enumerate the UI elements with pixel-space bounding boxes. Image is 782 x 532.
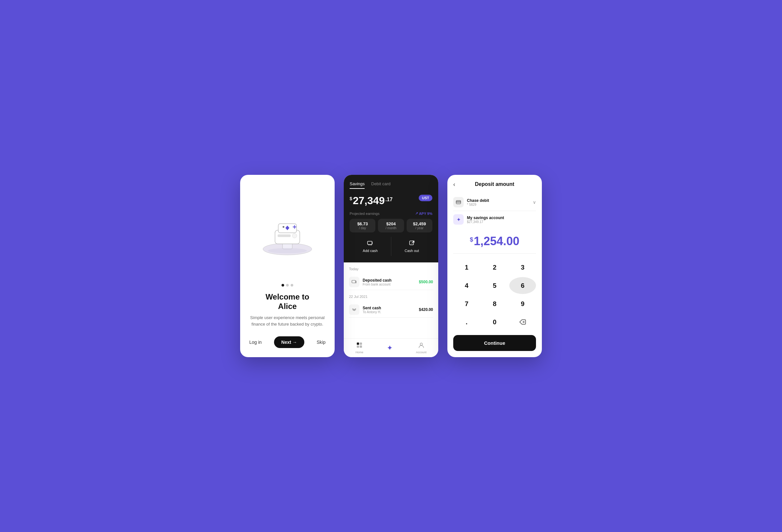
balance-amount: $ 27,349 .17	[350, 195, 393, 207]
add-cash-button[interactable]: Add cash	[350, 237, 391, 256]
chase-debit-card[interactable]: Chase debit * 5829 ∨	[453, 194, 536, 211]
svg-rect-12	[360, 343, 362, 345]
deposit-title: Deposit amount	[475, 181, 514, 187]
svg-rect-17	[456, 201, 461, 202]
savings-light-area: Today Deposited cash From bank account $…	[344, 262, 438, 338]
chase-debit-sub: * 5829	[467, 203, 530, 206]
svg-rect-13	[357, 345, 359, 348]
login-button[interactable]: Log in	[249, 340, 262, 345]
skip-button[interactable]: Skip	[317, 340, 325, 345]
tab-savings[interactable]: Savings	[350, 181, 365, 189]
numpad-delete[interactable]	[509, 313, 536, 331]
numpad-9[interactable]: 9	[509, 295, 536, 312]
earnings-card-day: $6.73 / day	[350, 219, 376, 232]
next-button[interactable]: Next →	[274, 336, 304, 348]
nav-home[interactable]: Home	[355, 342, 363, 354]
savings-account-info: My savings account $27,349.17	[467, 216, 536, 224]
svg-rect-4	[292, 233, 297, 238]
numpad-6[interactable]: 6	[509, 277, 536, 294]
tab-debit[interactable]: Debit card	[371, 181, 390, 189]
earnings-year-amount: $2,459	[410, 221, 429, 226]
welcome-illustration	[255, 207, 320, 259]
numpad-dot[interactable]: .	[453, 313, 480, 331]
continue-button[interactable]: Continue	[453, 335, 536, 351]
deposited-cash-info: Deposited cash From bank account	[363, 278, 416, 286]
svg-rect-10	[352, 280, 355, 283]
earnings-day-period: / day	[353, 226, 372, 230]
earnings-card-month: $204 / month	[378, 219, 404, 232]
balance-cents: .17	[386, 197, 393, 202]
projected-label: Projected earnings	[350, 212, 380, 216]
sent-cash-icon	[349, 304, 359, 315]
nav-sparkle[interactable]: ✦	[387, 344, 393, 352]
numpad-7[interactable]: 7	[453, 295, 480, 312]
deposited-cash-sub: From bank account	[363, 282, 416, 286]
savings-dark-area: Savings Debit card $ 27,349 .17 UST Proj…	[344, 175, 438, 262]
deposit-amount-text: $ 1,254.00	[453, 234, 536, 248]
svg-point-7	[268, 248, 307, 253]
sent-cash-amount: $420.00	[419, 307, 433, 312]
nav-account-label: Account	[416, 351, 427, 354]
dot-2	[286, 284, 289, 287]
earnings-card-year: $2,459 / year	[406, 219, 432, 232]
nav-account[interactable]: Account	[416, 342, 427, 354]
dot-1	[282, 284, 284, 287]
svg-rect-3	[278, 234, 291, 237]
savings-account-icon: ✦	[453, 214, 464, 225]
action-row: Add cash Cash out	[350, 237, 432, 256]
balance-dollar-sign: $	[350, 196, 352, 201]
nav-home-label: Home	[355, 351, 363, 354]
numpad-0[interactable]: 0	[481, 313, 508, 331]
cash-out-button[interactable]: Cash out	[391, 237, 433, 256]
screen1-footer: Log in Next → Skip	[249, 336, 325, 348]
balance-row: $ 27,349 .17 UST	[350, 195, 432, 207]
deposited-cash-title: Deposited cash	[363, 278, 416, 282]
numpad-2[interactable]: 2	[481, 259, 508, 276]
chase-debit-info: Chase debit * 5829	[467, 198, 530, 206]
transaction-deposited-cash: Deposited cash From bank account $500.00	[349, 274, 433, 290]
earnings-month-period: / month	[381, 226, 400, 230]
currency-badge: UST	[419, 195, 432, 201]
balance-main: 27,349	[353, 195, 385, 207]
numpad-5[interactable]: 5	[481, 277, 508, 294]
numpad-1[interactable]: 1	[453, 259, 480, 276]
cash-out-icon	[409, 240, 415, 248]
transaction-section-today: Today Deposited cash From bank account $…	[344, 262, 438, 290]
deposit-amount-value: 1,254.00	[474, 234, 520, 248]
svg-rect-14	[360, 345, 362, 348]
numpad-8[interactable]: 8	[481, 295, 508, 312]
savings-account-name: My savings account	[467, 216, 536, 220]
savings-account-sub: $27,349.17	[467, 220, 536, 224]
deposit-header: ‹ Deposit amount	[453, 181, 536, 187]
projected-row: Projected earnings ↗ APY 9%	[350, 211, 432, 216]
deposit-dollar-sign: $	[470, 236, 473, 243]
deposited-cash-amount: $500.00	[419, 280, 433, 284]
tab-row: Savings Debit card	[350, 181, 432, 189]
welcome-description: Simple user experience meets personal fi…	[249, 314, 325, 327]
deposited-cash-icon	[349, 277, 359, 287]
savings-account-card[interactable]: ✦ My savings account $27,349.17	[453, 211, 536, 228]
section-today-label: Today	[349, 267, 433, 271]
sent-cash-title: Sent cash	[363, 306, 416, 310]
svg-rect-11	[357, 343, 359, 345]
savings-screen: Savings Debit card $ 27,349 .17 UST Proj…	[344, 175, 438, 357]
apy-badge: ↗ APY 9%	[415, 211, 432, 216]
progress-dots	[282, 284, 293, 287]
home-icon	[356, 342, 363, 350]
back-button[interactable]: ‹	[453, 181, 455, 188]
account-icon	[418, 342, 425, 350]
deposit-screen: ‹ Deposit amount Chase debit * 5829 ∨ ✦ …	[448, 175, 542, 357]
numpad-4[interactable]: 4	[453, 277, 480, 294]
numpad-3[interactable]: 3	[509, 259, 536, 276]
welcome-screen: Welcome to Alice Simple user experience …	[240, 175, 334, 357]
earnings-year-period: / year	[410, 226, 429, 230]
earnings-cards: $6.73 / day $204 / month $2,459 / year	[350, 219, 432, 232]
add-cash-icon	[367, 240, 373, 248]
dot-3	[291, 284, 293, 287]
transaction-section-jul: 22 Jul 2021 Sent cash To Antony H. $420.…	[344, 290, 438, 318]
trend-up-icon: ↗	[415, 211, 418, 216]
earnings-day-amount: $6.73	[353, 221, 372, 226]
svg-rect-9	[410, 241, 414, 245]
screens-container: Welcome to Alice Simple user experience …	[240, 175, 542, 357]
deposit-amount-display: $ 1,254.00	[453, 228, 536, 254]
